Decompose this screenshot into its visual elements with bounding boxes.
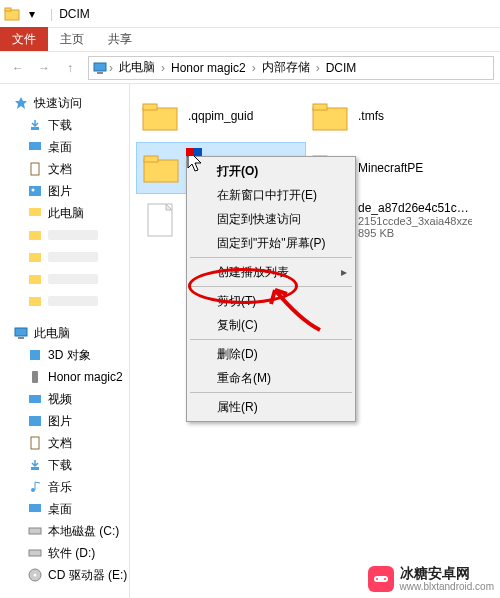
folder-item[interactable]: .qqpim_guid (136, 90, 306, 142)
file-name: de_a87d26e4c51c486db08 (358, 201, 472, 215)
svg-point-9 (32, 189, 35, 192)
chevron-right-icon[interactable]: › (161, 61, 165, 75)
menu-open[interactable]: 打开(O) (189, 159, 353, 183)
menu-delete[interactable]: 删除(D) (189, 342, 353, 366)
download-icon (28, 458, 42, 472)
sidebar-item-thispc[interactable]: 此电脑 (0, 202, 129, 224)
sidebar-item-blurred[interactable] (0, 290, 129, 312)
crumb-device[interactable]: Honor magic2 (167, 61, 250, 75)
watermark-url: www.blxtandroid.com (400, 581, 494, 592)
menu-create-playlist[interactable]: 创建播放列表 (189, 260, 353, 284)
folder-icon (28, 272, 42, 286)
sidebar-item-videos[interactable]: 视频 (0, 388, 129, 410)
chevron-right-icon[interactable]: › (252, 61, 256, 75)
folder-item[interactable]: .tmfs (306, 90, 476, 142)
chevron-right-icon[interactable]: › (316, 61, 320, 75)
menu-separator (190, 286, 352, 287)
breadcrumb[interactable]: › 此电脑 › Honor magic2 › 内部存储 › DCIM (88, 56, 494, 80)
menu-separator (190, 392, 352, 393)
forward-button[interactable]: → (32, 56, 56, 80)
chevron-right-icon[interactable]: › (109, 61, 113, 75)
sidebar-item-blurred[interactable] (0, 224, 129, 246)
pc-icon (93, 61, 107, 75)
sidebar-item-blurred[interactable] (0, 268, 129, 290)
crumb-storage[interactable]: 内部存储 (258, 59, 314, 76)
crumb-thispc[interactable]: 此电脑 (115, 59, 159, 76)
svg-rect-5 (31, 127, 39, 130)
window-title: DCIM (59, 7, 90, 21)
svg-rect-6 (29, 142, 41, 150)
address-bar-row: ← → ↑ › 此电脑 › Honor magic2 › 内部存储 › DCIM (0, 52, 500, 84)
desktop-icon (28, 140, 42, 154)
svg-point-23 (31, 488, 35, 492)
sidebar-item-cd[interactable]: CD 驱动器 (E:) HiS (0, 564, 129, 586)
sidebar-item-drive-c[interactable]: 本地磁盘 (C:) (0, 520, 129, 542)
svg-rect-20 (29, 416, 41, 426)
download-icon (28, 118, 42, 132)
sidebar-quick-access[interactable]: 快速访问 (0, 92, 129, 114)
sidebar-item-documents[interactable]: 文档 (0, 158, 129, 180)
sidebar-item-desktop[interactable]: 桌面 (0, 136, 129, 158)
svg-marker-4 (15, 97, 27, 109)
crumb-current[interactable]: DCIM (322, 61, 361, 75)
svg-rect-3 (97, 72, 103, 74)
watermark: 冰糖安卓网 www.blxtandroid.com (368, 566, 494, 592)
menu-copy[interactable]: 复制(C) (189, 313, 353, 337)
sidebar-item-blurred[interactable] (0, 246, 129, 268)
svg-rect-10 (29, 208, 41, 216)
watermark-icon (368, 566, 394, 592)
dropdown-icon[interactable]: ▾ (24, 6, 40, 22)
home-tab[interactable]: 主页 (48, 27, 96, 51)
desktop-icon (28, 502, 42, 516)
menu-properties[interactable]: 属性(R) (189, 395, 353, 419)
sidebar-item-3d[interactable]: 3D 对象 (0, 344, 129, 366)
drive-icon (28, 524, 42, 538)
sidebar-item-pictures[interactable]: 图片 (0, 180, 129, 202)
back-button[interactable]: ← (6, 56, 30, 80)
menu-cut[interactable]: 剪切(T) (189, 289, 353, 313)
folder-icon (140, 96, 180, 136)
sidebar-item-documents[interactable]: 文档 (0, 432, 129, 454)
folder-icon (310, 96, 350, 136)
file-size: 895 KB (358, 227, 472, 239)
svg-rect-13 (29, 275, 41, 284)
sidebar-item-drive-d[interactable]: 软件 (D:) (0, 542, 129, 564)
folder-icon (28, 250, 42, 264)
svg-rect-12 (29, 253, 41, 262)
ribbon-tabs: 文件 主页 共享 (0, 28, 500, 52)
svg-rect-37 (144, 160, 178, 182)
pc-icon (28, 206, 42, 220)
folder-icon (28, 228, 42, 242)
menu-separator (190, 339, 352, 340)
svg-rect-25 (29, 528, 41, 534)
window-titlebar: ▾ | DCIM (0, 0, 500, 28)
cube-icon (28, 348, 42, 362)
svg-rect-35 (313, 108, 347, 130)
svg-rect-1 (5, 8, 11, 11)
up-button[interactable]: ↑ (58, 56, 82, 80)
menu-pin-quick[interactable]: 固定到快速访问 (189, 207, 353, 231)
menu-pin-start[interactable]: 固定到"开始"屏幕(P) (189, 231, 353, 255)
sidebar-item-music[interactable]: 音乐 (0, 476, 129, 498)
svg-rect-18 (32, 371, 38, 383)
file-tab[interactable]: 文件 (0, 27, 48, 51)
svg-rect-15 (15, 328, 27, 336)
music-icon (28, 480, 42, 494)
svg-rect-14 (29, 297, 41, 306)
phone-icon (28, 370, 42, 384)
menu-rename[interactable]: 重命名(M) (189, 366, 353, 390)
svg-rect-26 (29, 550, 41, 556)
svg-rect-17 (30, 350, 40, 360)
picture-icon (28, 414, 42, 428)
file-icon (140, 200, 180, 240)
svg-rect-48 (377, 576, 385, 582)
sidebar-this-pc[interactable]: 此电脑 (0, 322, 129, 344)
sidebar-item-desktop[interactable]: 桌面 (0, 498, 129, 520)
sidebar-item-pictures[interactable]: 图片 (0, 410, 129, 432)
sidebar-item-downloads[interactable]: 下载 (0, 454, 129, 476)
menu-open-new-window[interactable]: 在新窗口中打开(E) (189, 183, 353, 207)
context-menu: 打开(O) 在新窗口中打开(E) 固定到快速访问 固定到"开始"屏幕(P) 创建… (186, 156, 356, 422)
sidebar-item-downloads[interactable]: 下载 (0, 114, 129, 136)
sidebar-item-phone[interactable]: Honor magic2 (0, 366, 129, 388)
share-tab[interactable]: 共享 (96, 27, 144, 51)
